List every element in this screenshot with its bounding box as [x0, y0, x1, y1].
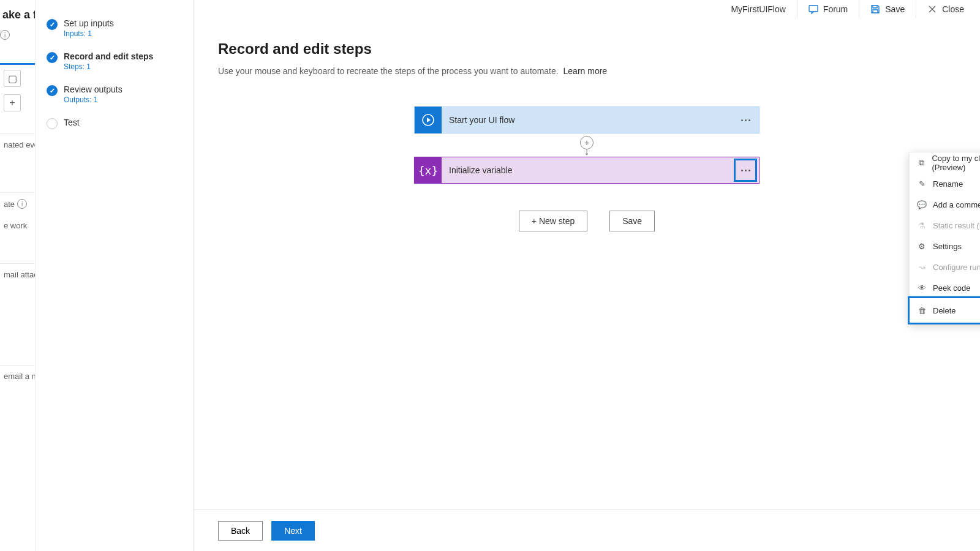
info-icon[interactable]: i: [0, 30, 10, 40]
flow-name: MyFirstUIFlow: [720, 4, 796, 14]
card-title: Start your UI flow: [442, 115, 732, 125]
wizard-sidebar: Set up inputs Inputs: 1 Record and edit …: [36, 0, 194, 551]
sidebar-step-record[interactable]: Record and edit steps Steps: 1: [36, 47, 193, 80]
trash-icon: 🗑: [917, 306, 927, 315]
variable-icon: {x}: [415, 157, 442, 184]
top-bar: MyFirstUIFlow Forum Save Close: [194, 0, 980, 18]
svg-rect-0: [809, 6, 818, 12]
wizard-footer: Back Next: [194, 509, 980, 551]
check-icon: [47, 19, 58, 30]
play-icon: [415, 107, 442, 133]
sliver-fragment: ate i: [0, 192, 35, 215]
check-icon: [47, 85, 58, 96]
step-title: Set up inputs: [64, 18, 114, 28]
ctx-rename[interactable]: ✎ Rename: [910, 173, 980, 194]
canvas-save-button[interactable]: Save: [609, 211, 655, 231]
branch-icon: ↝: [917, 263, 927, 272]
sliver-fragment: email a ne: [0, 365, 35, 387]
canvas-actions: + New step Save: [519, 211, 655, 231]
forum-button[interactable]: Forum: [797, 0, 859, 18]
pencil-icon: ✎: [917, 179, 927, 189]
gear-icon: ⚙: [917, 242, 927, 251]
close-button[interactable]: Close: [916, 0, 975, 18]
step-subtitle: Outputs: 1: [64, 96, 123, 104]
ctx-add-comment[interactable]: 💬 Add a comment: [910, 194, 980, 215]
card-more-button-active[interactable]: [734, 159, 757, 182]
forum-icon: [809, 4, 818, 14]
next-button[interactable]: Next: [271, 521, 315, 541]
eye-icon: 👁: [917, 283, 927, 293]
step-title: Review outputs: [64, 84, 123, 94]
ctx-configure-run-after: ↝ Configure run after i: [910, 257, 980, 277]
new-step-button[interactable]: + New step: [519, 211, 587, 231]
sliver-fragment: e work: [0, 215, 35, 236]
step-subtitle: Steps: 1: [64, 62, 153, 71]
flow-canvas: Start your UI flow + ↓ {x} Initialize va…: [218, 107, 956, 231]
ctx-peek-code[interactable]: 👁 Peek code: [910, 277, 980, 298]
step-title: Test: [64, 118, 80, 127]
arrow-down-icon: ↓: [584, 145, 590, 158]
page-title: Record and edit steps: [218, 40, 956, 58]
flask-icon: ⚗: [917, 221, 927, 230]
sliver-tool-icon-1[interactable]: ▢: [4, 70, 21, 87]
ellipsis-icon: [741, 119, 750, 121]
sliver-fragment: nated even: [0, 133, 35, 156]
sliver-add-icon[interactable]: +: [4, 94, 21, 111]
page-description: Use your mouse and keyboard to recreate …: [218, 66, 956, 76]
check-icon: [47, 52, 58, 63]
start-flow-card[interactable]: Start your UI flow: [414, 107, 760, 133]
left-sliver-panel: ake a flo i ▢ + nated even ate i e work …: [0, 0, 36, 551]
back-button[interactable]: Back: [218, 521, 263, 541]
comment-icon: 💬: [917, 200, 927, 209]
initialize-variable-card[interactable]: {x} Initialize variable: [414, 157, 760, 184]
save-button[interactable]: Save: [859, 0, 916, 18]
empty-step-icon: [47, 118, 58, 129]
save-icon: [870, 4, 880, 14]
ctx-copy-clipboard[interactable]: ⧉ Copy to my clipboard (Preview): [910, 152, 980, 173]
sliver-title: ake a flo: [0, 9, 35, 21]
card-more-button[interactable]: [732, 107, 759, 133]
learn-more-link[interactable]: Learn more: [564, 66, 608, 76]
context-menu: ⧉ Copy to my clipboard (Preview) ✎ Renam…: [909, 152, 980, 323]
sliver-active-indicator: [0, 63, 35, 65]
step-title: Record and edit steps: [64, 51, 153, 61]
close-icon: [927, 4, 937, 14]
ctx-settings[interactable]: ⚙ Settings: [910, 236, 980, 257]
ctx-delete[interactable]: 🗑 Delete: [908, 296, 980, 324]
step-subtitle: Inputs: 1: [64, 29, 114, 38]
sidebar-step-outputs[interactable]: Review outputs Outputs: 1: [36, 80, 193, 113]
content-area: Record and edit steps Use your mouse and…: [194, 18, 980, 509]
main-panel: MyFirstUIFlow Forum Save Close Record an…: [194, 0, 980, 551]
ctx-static-result: ⚗ Static result (Preview) i: [910, 215, 980, 236]
info-icon[interactable]: i: [17, 199, 27, 209]
ellipsis-icon: [741, 170, 750, 171]
sliver-fragment: mail attac: [0, 263, 35, 285]
copy-icon: ⧉: [917, 158, 925, 168]
sidebar-step-test[interactable]: Test: [36, 113, 193, 138]
sidebar-step-inputs[interactable]: Set up inputs Inputs: 1: [36, 13, 193, 47]
card-title: Initialize variable: [442, 165, 732, 175]
